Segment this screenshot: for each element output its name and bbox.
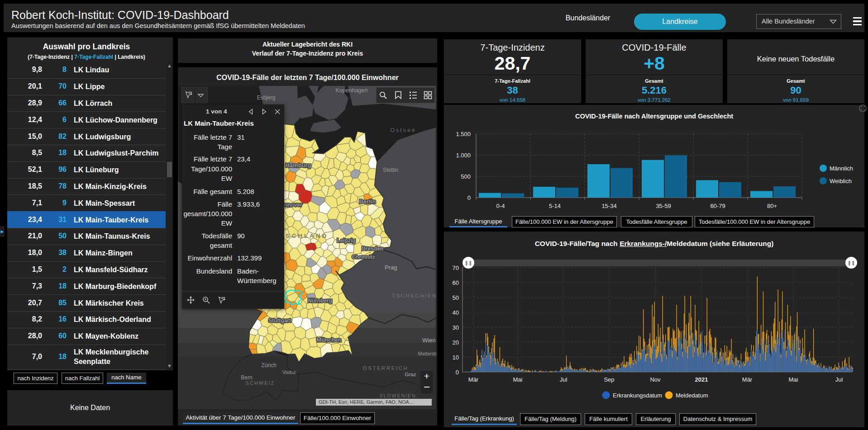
- svg-text:1.000: 1.000: [456, 152, 471, 159]
- svg-text:Weiblich: Weiblich: [830, 178, 852, 184]
- svg-text:Vaduz: Vaduz: [282, 369, 296, 375]
- svg-text:Graz: Graz: [405, 372, 416, 377]
- svg-text:❚❚: ❚❚: [465, 260, 472, 266]
- svg-text:40: 40: [453, 309, 459, 316]
- svg-text:35-59: 35-59: [656, 203, 671, 209]
- svg-text:20: 20: [453, 339, 459, 346]
- svg-text:30: 30: [453, 324, 459, 331]
- svg-text:Chemnitz: Chemnitz: [352, 254, 375, 260]
- svg-text:Wien: Wien: [422, 337, 436, 344]
- svg-text:München: München: [317, 337, 342, 343]
- svg-text:0: 0: [456, 369, 459, 376]
- svg-text:Mai: Mai: [789, 376, 798, 383]
- svg-text:0-4: 0-4: [496, 203, 505, 209]
- svg-text:SCHWEIZ: SCHWEIZ: [246, 380, 275, 386]
- svg-text:Prag: Prag: [385, 264, 397, 271]
- svg-text:15-34: 15-34: [601, 203, 616, 209]
- svg-text:Hamburg: Hamburg: [285, 162, 311, 169]
- svg-text:Stettin: Stettin: [383, 167, 398, 173]
- svg-text:10: 10: [453, 354, 459, 361]
- svg-text:2021: 2021: [695, 376, 708, 383]
- svg-text:60: 60: [453, 279, 459, 286]
- svg-text:80+: 80+: [767, 203, 777, 209]
- svg-text:0: 0: [467, 194, 471, 201]
- svg-text:Esbjerg: Esbjerg: [257, 95, 276, 101]
- svg-text:Kopenhagen: Kopenhagen: [336, 87, 368, 94]
- svg-text:60-79: 60-79: [710, 203, 725, 209]
- svg-text:Mär: Mär: [742, 376, 753, 383]
- svg-text:Männlich: Männlich: [830, 165, 853, 172]
- svg-text:500: 500: [461, 173, 471, 180]
- svg-text:70: 70: [453, 265, 459, 271]
- svg-text:50: 50: [453, 294, 459, 301]
- svg-text:Ostsee: Ostsee: [390, 127, 416, 133]
- svg-text:Meldedatum: Meldedatum: [676, 392, 708, 399]
- svg-text:1.500: 1.500: [456, 131, 471, 137]
- svg-text:TSCHECHIEN: TSCHECHIEN: [392, 293, 437, 298]
- svg-text:Leipzig: Leipzig: [337, 237, 355, 244]
- svg-text:Berlin: Berlin: [359, 198, 376, 205]
- svg-text:Jul: Jul: [835, 376, 843, 383]
- svg-text:Sep: Sep: [604, 376, 614, 383]
- svg-text:Nov: Nov: [650, 376, 661, 383]
- svg-text:Mai: Mai: [513, 376, 523, 383]
- svg-text:Mattersb: Mattersb: [418, 351, 437, 356]
- svg-text:Bern: Bern: [241, 374, 252, 381]
- svg-text:❚❚: ❚❚: [848, 260, 855, 266]
- svg-text:Mär: Mär: [468, 376, 479, 383]
- svg-text:Jul: Jul: [560, 376, 568, 383]
- svg-text:Dresden: Dresden: [362, 246, 383, 252]
- svg-text:Erkrankungsdatum: Erkrankungsdatum: [613, 392, 662, 399]
- svg-text:ÖSTERREICH: ÖSTERREICH: [363, 365, 408, 371]
- svg-text:Nürnberg: Nürnberg: [308, 298, 332, 304]
- svg-text:SLOWENIEN: SLOWENIEN: [379, 393, 416, 398]
- svg-text:Stuttgart: Stuttgart: [268, 317, 291, 324]
- svg-text:5-14: 5-14: [549, 203, 561, 209]
- svg-text:Zürich: Zürich: [261, 362, 276, 369]
